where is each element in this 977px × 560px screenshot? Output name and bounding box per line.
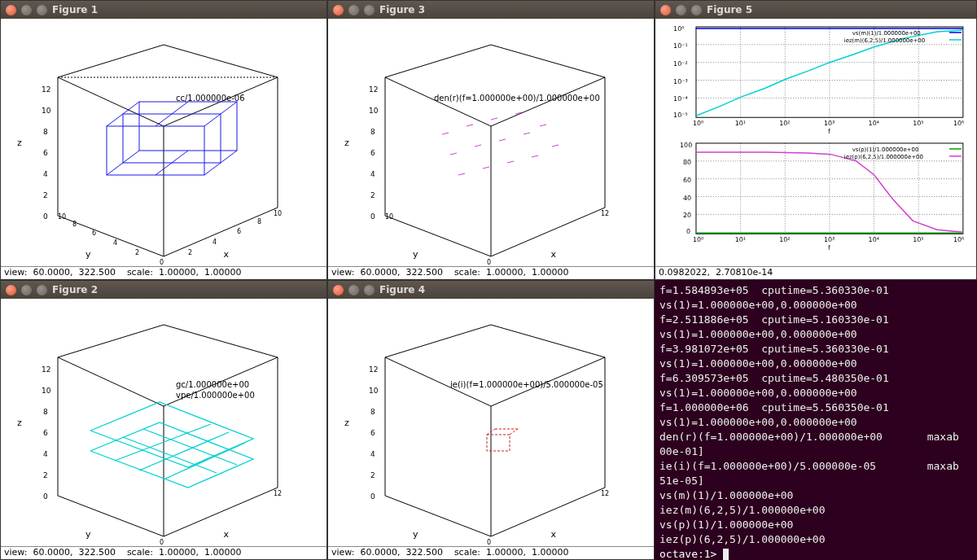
svg-text:60: 60 bbox=[683, 177, 691, 184]
svg-text:10⁻¹: 10⁻¹ bbox=[673, 42, 687, 50]
svg-text:f: f bbox=[828, 244, 830, 252]
z-axis-label: z bbox=[17, 418, 22, 428]
x-axis-label: x bbox=[550, 529, 556, 540]
svg-text:0: 0 bbox=[487, 259, 491, 266]
y-axis-label: y bbox=[85, 249, 91, 260]
svg-line-39 bbox=[450, 153, 457, 155]
figure-3-window[interactable]: Figure 3 02 46 810 12 bbox=[327, 0, 655, 280]
figure-2-plot[interactable]: 02 46 810 12 012 bbox=[1, 299, 326, 546]
svg-line-46 bbox=[532, 155, 538, 157]
figure-1-status: view: 60.0000, 322.500 scale: 1.00000, 1… bbox=[1, 266, 326, 279]
svg-text:vs(p)(1)/1.000000e+00: vs(p)(1)/1.000000e+00 bbox=[852, 147, 919, 153]
z-axis-label: z bbox=[344, 418, 349, 428]
figure-4-titlebar[interactable]: Figure 4 bbox=[328, 281, 654, 299]
figure-2-window[interactable]: Figure 2 02 46 810 12 bbox=[0, 280, 327, 560]
svg-text:10⁻⁵: 10⁻⁵ bbox=[673, 112, 687, 119]
close-icon[interactable] bbox=[6, 5, 16, 15]
figure-4-window[interactable]: Figure 4 02 46 810 12 bbox=[327, 280, 655, 560]
close-icon[interactable] bbox=[660, 5, 671, 15]
svg-text:10⁻⁴: 10⁻⁴ bbox=[673, 95, 687, 103]
svg-text:10: 10 bbox=[369, 387, 379, 395]
svg-text:6: 6 bbox=[43, 149, 48, 157]
svg-text:2: 2 bbox=[188, 249, 192, 256]
figure-2-legend-2: vpe/1.000000e+00 bbox=[176, 391, 255, 400]
svg-line-42 bbox=[524, 133, 530, 134]
svg-text:0: 0 bbox=[160, 539, 164, 546]
svg-text:10: 10 bbox=[42, 107, 51, 115]
window-title: Figure 2 bbox=[52, 284, 98, 295]
figure-5-top-chart: 10⁰10⁻¹10⁻² 10⁻³10⁻⁴10⁻⁵ 10⁰10¹10² 10³10… bbox=[660, 22, 971, 135]
figure-3-plot[interactable]: 02 46 810 12 012 10 bbox=[328, 19, 654, 266]
svg-text:10⁻³: 10⁻³ bbox=[673, 78, 687, 85]
svg-text:2: 2 bbox=[135, 249, 139, 256]
svg-text:10⁻²: 10⁻² bbox=[673, 60, 687, 68]
svg-text:0: 0 bbox=[43, 212, 48, 221]
svg-text:10⁵: 10⁵ bbox=[913, 236, 923, 243]
close-icon[interactable] bbox=[333, 285, 344, 295]
svg-text:8: 8 bbox=[370, 128, 375, 136]
figure-5-charts[interactable]: 10⁰10⁻¹10⁻² 10⁻³10⁻⁴10⁻⁵ 10⁰10¹10² 10³10… bbox=[655, 19, 976, 266]
svg-text:12: 12 bbox=[369, 365, 378, 374]
figure-1-window[interactable]: Figure 1 02 46 810 12 bbox=[0, 0, 327, 280]
svg-text:10: 10 bbox=[369, 107, 379, 115]
minimize-icon[interactable] bbox=[21, 285, 32, 295]
svg-text:vs(m)(1)/1.000000e+00: vs(m)(1)/1.000000e+00 bbox=[852, 30, 921, 37]
svg-text:12: 12 bbox=[42, 365, 50, 374]
svg-text:10: 10 bbox=[274, 210, 282, 217]
minimize-icon[interactable] bbox=[21, 5, 32, 15]
maximize-icon[interactable] bbox=[37, 285, 47, 295]
svg-text:8: 8 bbox=[72, 221, 77, 228]
svg-text:8: 8 bbox=[43, 128, 48, 136]
figure-5-window[interactable]: Figure 5 10⁰10⁻¹10⁻² bbox=[655, 0, 977, 280]
figure-2-legend: gc/1.000000e+00 bbox=[176, 380, 249, 389]
svg-text:12: 12 bbox=[601, 210, 609, 217]
svg-text:10³: 10³ bbox=[824, 236, 835, 243]
maximize-icon[interactable] bbox=[364, 285, 375, 295]
figure-5-titlebar[interactable]: Figure 5 bbox=[655, 1, 976, 19]
svg-text:6: 6 bbox=[43, 429, 48, 437]
svg-text:10⁰: 10⁰ bbox=[693, 120, 703, 127]
maximize-icon[interactable] bbox=[37, 5, 47, 15]
svg-text:40: 40 bbox=[683, 195, 691, 202]
svg-text:4: 4 bbox=[43, 450, 48, 458]
svg-text:4: 4 bbox=[43, 170, 48, 178]
figure-1-plot[interactable]: 02 46 810 12 bbox=[1, 19, 326, 266]
svg-text:6: 6 bbox=[370, 429, 375, 437]
svg-line-45 bbox=[507, 161, 514, 163]
figure-3-titlebar[interactable]: Figure 3 bbox=[328, 1, 654, 19]
svg-text:10⁴: 10⁴ bbox=[869, 120, 879, 127]
svg-line-118 bbox=[123, 437, 217, 473]
svg-text:10⁰: 10⁰ bbox=[693, 236, 703, 243]
maximize-icon[interactable] bbox=[364, 5, 375, 15]
svg-text:2: 2 bbox=[370, 191, 375, 199]
svg-text:100: 100 bbox=[680, 142, 692, 149]
figure-2-titlebar[interactable]: Figure 2 bbox=[1, 281, 326, 299]
maximize-icon[interactable] bbox=[691, 5, 702, 15]
minimize-icon[interactable] bbox=[676, 5, 686, 15]
svg-line-40 bbox=[475, 145, 481, 147]
figure-1-legend: cc/1.000000e-06 bbox=[176, 94, 245, 103]
octave-terminal[interactable]: f=1.584893e+05 cputime=5.360330e-01 vs(1… bbox=[655, 280, 977, 560]
svg-text:8: 8 bbox=[370, 408, 375, 416]
minimize-icon[interactable] bbox=[348, 285, 359, 295]
svg-line-47 bbox=[540, 125, 546, 126]
svg-text:0: 0 bbox=[160, 259, 164, 266]
figure-4-legend: ie(i)(f=1.000000e+00)/5.000000e-05 bbox=[450, 380, 603, 389]
figure-4-plot[interactable]: 02 46 810 12 012 ie(i)(f=1.000000e+00)/5… bbox=[328, 299, 654, 546]
minimize-icon[interactable] bbox=[348, 5, 359, 15]
y-axis-label: y bbox=[413, 529, 418, 540]
figure-1-titlebar[interactable]: Figure 1 bbox=[1, 1, 326, 19]
x-axis-label: x bbox=[223, 529, 229, 540]
svg-text:f: f bbox=[828, 128, 830, 135]
close-icon[interactable] bbox=[6, 285, 16, 295]
svg-text:4: 4 bbox=[370, 450, 375, 458]
svg-rect-9 bbox=[123, 114, 221, 163]
svg-line-35 bbox=[442, 133, 449, 134]
svg-text:4: 4 bbox=[370, 170, 375, 178]
x-axis-label: x bbox=[550, 249, 556, 260]
svg-text:10³: 10³ bbox=[824, 120, 835, 127]
svg-text:12: 12 bbox=[42, 85, 50, 94]
close-icon[interactable] bbox=[333, 5, 344, 15]
window-title: Figure 4 bbox=[379, 284, 425, 295]
figure-3-status: view: 60.0000, 322.500 scale: 1.00000, 1… bbox=[328, 266, 654, 279]
